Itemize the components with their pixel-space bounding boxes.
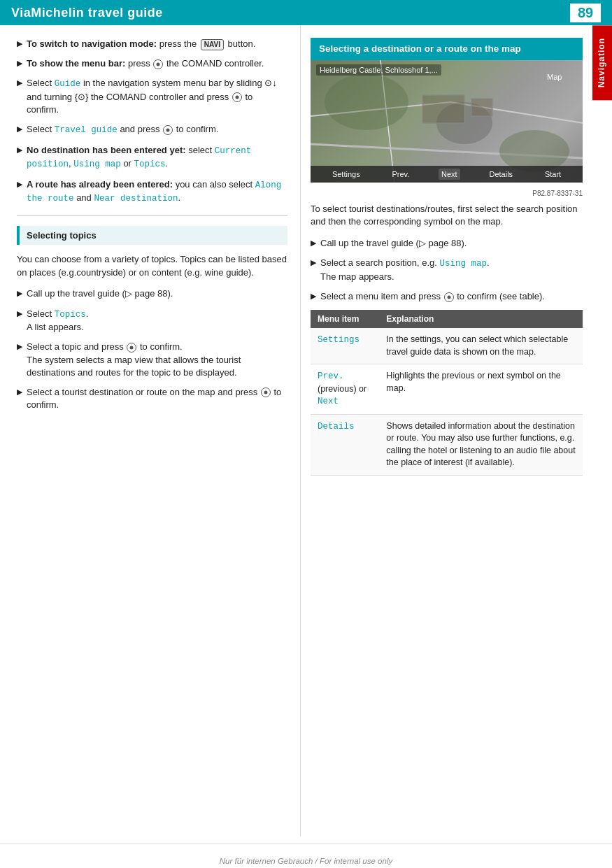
footer-text: Nur für internen Gebrauch / For internal…	[220, 857, 392, 865]
details-mono: Details	[318, 422, 355, 432]
table-row: Details Shows detailed information about…	[311, 414, 583, 475]
topics-bullet-3: ▶ Select a topic and press to confirm. T…	[17, 341, 287, 379]
topics-bullet-1-text: Call up the travel guide (▷ page 88).	[27, 287, 287, 300]
right-bullet-1: ▶ Call up the travel guide (▷ page 88).	[311, 237, 583, 250]
page-number: 89	[570, 3, 601, 22]
bullet-menu-bar-text: To show the menu bar: press the COMAND c…	[27, 57, 287, 70]
right-intro-text: To select tourist destinations/routes, f…	[311, 203, 583, 229]
map-svg: Map	[311, 60, 583, 183]
bullet-arrow-icon: ▶	[17, 179, 22, 206]
selecting-topics-header: Selecting topics	[17, 226, 287, 245]
right-bullet-3: ▶ Select a menu item and press to confir…	[311, 290, 583, 303]
table-cell-details-explanation: Shows detailed information about the des…	[379, 414, 583, 475]
bullet-nav-mode-text: To switch to navigation mode: press the …	[27, 38, 287, 50]
bullet-select-guide: ▶ Select Guide in the navigation system …	[17, 77, 287, 116]
controller-icon5	[261, 387, 271, 397]
table-header-menu-item: Menu item	[311, 310, 379, 328]
bullet-arrow-icon: ▶	[17, 308, 22, 334]
table-cell-details-item: Details	[311, 414, 379, 475]
section-divider	[17, 215, 287, 216]
table-cell-settings-explanation: In the settings, you can select which se…	[379, 328, 583, 364]
settings-mono: Settings	[318, 335, 360, 345]
topics-mono: Topics	[134, 159, 166, 169]
map-image-inner: Map Heidelberg Castle, Schlosshof 1,... …	[311, 60, 583, 183]
svg-rect-6	[471, 99, 492, 116]
right-bullet-2-text: Select a search position, e.g. Using map…	[320, 257, 583, 283]
bullet-arrow-icon: ▶	[311, 238, 316, 250]
right-column: Selecting a destination or a route on th…	[301, 25, 592, 837]
table-row: Settings In the settings, you can select…	[311, 328, 583, 364]
svg-point-7	[325, 74, 408, 130]
near-destination-mono: Near destination	[94, 194, 178, 204]
right-bullet-2: ▶ Select a search position, e.g. Using m…	[311, 257, 583, 283]
bullet-arrow-icon: ▶	[17, 38, 22, 50]
prev-mono: Prev.	[318, 371, 344, 381]
navigation-tab: Navigation	[592, 25, 612, 100]
bullet-arrow-icon: ▶	[17, 58, 22, 70]
next-mono: Next	[318, 397, 339, 406]
using-map-mono-2: Using map	[440, 259, 488, 269]
topics-bullet-2-text: Select Topics.A list appears.	[27, 308, 287, 334]
guide-mono: Guide	[55, 79, 81, 89]
topics-bullet-3-text: Select a topic and press to confirm. The…	[27, 341, 287, 379]
table-cell-prev-next-explanation: Highlights the previous or next symbol o…	[379, 364, 583, 415]
navi-button-label: NAVI	[201, 39, 224, 50]
map-reference: P82.87-8337-31	[311, 190, 583, 197]
topics-mono-2: Topics	[55, 310, 86, 320]
map-toolbar-next[interactable]: Next	[439, 169, 460, 180]
map-overlay-text: Heidelberg Castle, Schlosshof 1,...	[316, 64, 441, 76]
map-toolbar-details[interactable]: Details	[486, 169, 515, 180]
bullet-arrow-icon: ▶	[311, 291, 316, 303]
topics-bullet-4: ▶ Select a tourist destination or route …	[17, 386, 287, 411]
right-section-header: Selecting a destination or a route on th…	[311, 38, 583, 60]
menu-item-table: Menu item Explanation Settings In the se…	[311, 310, 583, 476]
topics-intro-text: You can choose from a variety of topics.…	[17, 253, 287, 280]
bullet-arrow-icon: ▶	[311, 257, 316, 283]
bullet-travel-guide-text: Select Travel guide and press to confirm…	[27, 123, 287, 137]
bullet-arrow-icon: ▶	[17, 124, 22, 137]
controller-icon	[153, 59, 163, 69]
header-title: ViaMichelin travel guide	[11, 6, 163, 20]
main-content: ▶ To switch to navigation mode: press th…	[0, 25, 612, 837]
bullet-travel-guide: ▶ Select Travel guide and press to confi…	[17, 123, 287, 137]
left-column: ▶ To switch to navigation mode: press th…	[0, 25, 301, 837]
bullet-no-destination: ▶ No destination has been entered yet: s…	[17, 144, 287, 171]
table-cell-prev-next-item: Prev. (previous) or Next	[311, 364, 379, 415]
bullet-no-destination-text: No destination has been entered yet: sel…	[27, 144, 287, 171]
page-footer: Nur für internen Gebrauch / For internal…	[0, 844, 612, 868]
right-section-header-text: Selecting a destination or a route on th…	[319, 43, 521, 54]
controller-icon2	[232, 92, 242, 102]
controller-icon6	[444, 292, 454, 302]
table-cell-settings-item: Settings	[311, 328, 379, 364]
bullet-route-entered: ▶ A route has already been entered: you …	[17, 178, 287, 206]
bullet-arrow-icon: ▶	[17, 387, 22, 411]
using-map-mono: Using map	[73, 159, 121, 169]
map-toolbar-settings[interactable]: Settings	[329, 169, 363, 180]
controller-icon4	[127, 343, 136, 353]
bullet-menu-bar: ▶ To show the menu bar: press the COMAND…	[17, 57, 287, 70]
topics-bullet-2: ▶ Select Topics.A list appears.	[17, 308, 287, 334]
bullet-route-entered-text: A route has already been entered: you ca…	[27, 178, 287, 206]
bullet-arrow-icon: ▶	[17, 341, 22, 379]
travel-guide-mono: Travel guide	[55, 125, 118, 135]
svg-rect-5	[422, 95, 464, 123]
map-toolbar-start[interactable]: Start	[542, 169, 564, 180]
bullet-select-guide-text: Select Guide in the navigation system me…	[27, 77, 287, 116]
topics-bullet-4-text: Select a tourist destination or route on…	[27, 386, 287, 411]
bullet-arrow-icon: ▶	[17, 145, 22, 171]
map-toolbar-prev[interactable]: Prev.	[389, 169, 412, 180]
page-header: ViaMichelin travel guide 89	[0, 0, 612, 25]
table-header-explanation: Explanation	[379, 310, 583, 328]
controller-icon3	[163, 125, 173, 135]
svg-text:Map: Map	[547, 73, 562, 81]
bullet-arrow-icon: ▶	[17, 78, 22, 116]
bullet-arrow-icon: ▶	[17, 288, 22, 300]
map-toolbar: Settings Prev. Next Details Start	[311, 166, 583, 183]
right-bullet-1-text: Call up the travel guide (▷ page 88).	[320, 237, 583, 250]
topics-bullet-1: ▶ Call up the travel guide (▷ page 88).	[17, 287, 287, 300]
bullet-nav-mode: ▶ To switch to navigation mode: press th…	[17, 38, 287, 50]
map-image: Map Heidelberg Castle, Schlosshof 1,... …	[311, 60, 583, 183]
table-row: Prev. (previous) or Next Highlights the …	[311, 364, 583, 415]
right-bullet-3-text: Select a menu item and press to confirm …	[320, 290, 583, 303]
